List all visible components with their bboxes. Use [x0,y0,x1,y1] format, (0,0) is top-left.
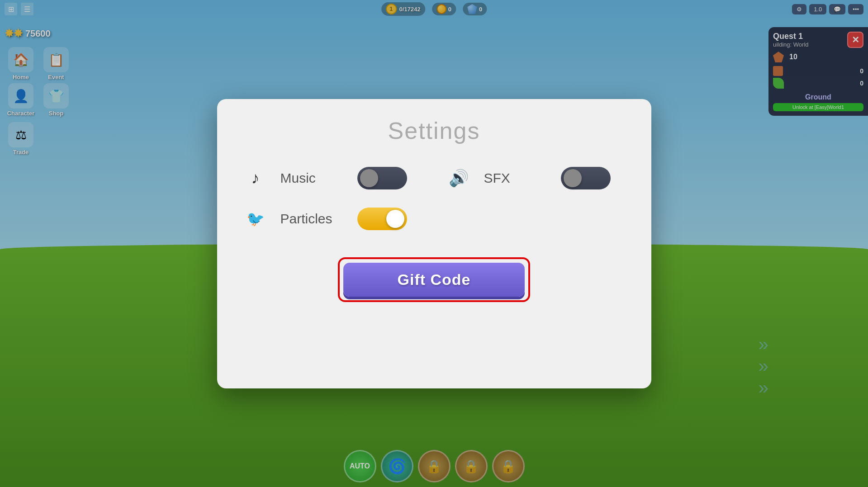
sfx-toggle[interactable] [561,167,611,189]
gift-code-section: Gift Code [244,257,624,302]
settings-title: Settings [244,117,624,144]
sfx-label: SFX [484,170,547,186]
music-label: Music [280,170,344,186]
modal-overlay: Settings ♪ Music 🔊 SFX 🐦 Particles [0,0,868,487]
gift-code-button[interactable]: Gift Code [343,263,525,297]
particles-toggle-knob [386,210,404,228]
music-icon: ♪ [244,169,267,188]
sfx-toggle-knob [564,169,582,187]
gift-code-highlight-border: Gift Code [338,257,531,302]
particles-row: 🐦 Particles [244,208,624,230]
music-toggle-knob [360,169,378,187]
sfx-icon: 🔊 [448,169,470,188]
particles-label: Particles [280,211,344,227]
music-toggle[interactable] [357,167,407,189]
particles-icon: 🐦 [244,210,267,227]
particles-toggle[interactable] [357,208,407,230]
settings-modal: Settings ♪ Music 🔊 SFX 🐦 Particles [217,99,651,388]
music-row: ♪ Music 🔊 SFX [244,167,624,189]
